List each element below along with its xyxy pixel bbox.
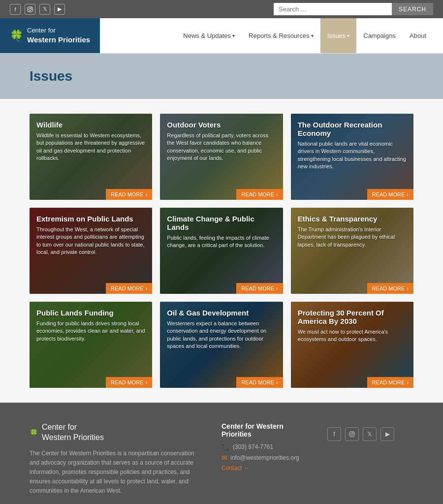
footer-phone-number: (303) 974-7761: [233, 443, 273, 450]
card-description: National public lands are vital economic…: [298, 140, 407, 171]
phone-icon: 📞: [222, 443, 230, 451]
logo-text: Center for Western Priorities: [27, 27, 90, 44]
card-title: Public Lands Funding: [36, 309, 145, 317]
read-more-button[interactable]: READ MORE ›: [367, 189, 413, 200]
card-title: Oil & Gas Development: [167, 309, 276, 317]
footer-facebook-icon[interactable]: f: [327, 427, 341, 441]
chevron-down-icon: ▾: [232, 33, 235, 38]
footer-social-icons: f 𝕏 ▶: [327, 427, 413, 441]
nav-campaigns[interactable]: Campaigns: [356, 18, 403, 53]
card-title: Ethics & Transparency: [298, 215, 407, 223]
contact-link[interactable]: Contact →: [222, 465, 308, 472]
issue-card-climate[interactable]: Climate Change & Public Lands Public lan…: [160, 208, 283, 294]
nav-news[interactable]: News & Updates ▾: [176, 18, 242, 53]
footer-email-address: info@westernpriorities.org: [230, 454, 299, 461]
nav-reports[interactable]: Reports & Resources ▾: [242, 18, 320, 53]
arrow-icon: ›: [276, 379, 278, 385]
footer-contact-col: Center for Western Priorities 📞 (303) 97…: [222, 422, 308, 496]
card-title: Climate Change & Public Lands: [167, 215, 276, 231]
footer-email: ✉ info@westernpriorities.org: [222, 454, 308, 462]
arrow-icon: ›: [407, 285, 409, 291]
card-content: Outdoor Voters Regardless of political p…: [160, 114, 283, 200]
svg-point-4: [351, 433, 353, 436]
arrow-icon: ›: [146, 191, 148, 197]
logo-icon: 🍀: [10, 30, 23, 42]
page-hero: Issues: [0, 54, 443, 99]
chevron-down-icon: ▾: [347, 33, 349, 38]
arrow-icon: ›: [407, 191, 409, 197]
footer-description: The Center for Western Priorities is a n…: [30, 449, 197, 496]
youtube-icon-top[interactable]: ▶: [54, 4, 65, 15]
svg-rect-3: [349, 432, 354, 437]
card-content: Climate Change & Public Lands Public lan…: [160, 208, 283, 294]
issue-card-30percent[interactable]: Protecting 30 Percent Of America By 2030…: [291, 302, 413, 388]
read-more-button[interactable]: READ MORE ›: [367, 283, 413, 294]
svg-rect-0: [28, 7, 32, 12]
logo-area[interactable]: 🍀 Center for Western Priorities: [0, 18, 100, 53]
nav-issues[interactable]: Issues ▾: [320, 18, 357, 53]
issues-grid: Wildlife Wildlife is essential to Wester…: [30, 114, 413, 388]
arrow-icon: ›: [407, 379, 409, 385]
issue-card-public-lands-funding[interactable]: Public Lands Funding Funding for public …: [30, 302, 152, 388]
search-button[interactable]: SEARCH: [392, 3, 433, 15]
issue-card-ethics[interactable]: Ethics & Transparency The Trump administ…: [291, 208, 413, 294]
footer-phone: 📞 (303) 974-7761: [222, 443, 308, 451]
footer-youtube-icon[interactable]: ▶: [380, 427, 394, 441]
nav-about[interactable]: About: [403, 18, 433, 53]
read-more-button[interactable]: READ MORE ›: [106, 377, 152, 388]
arrow-icon: ›: [146, 379, 148, 385]
logo-line2: Western Priorities: [27, 35, 90, 45]
card-description: Wildlife is essential to Western ecosyst…: [36, 132, 145, 162]
card-content: Wildlife Wildlife is essential to Wester…: [30, 114, 152, 200]
card-title: Outdoor Voters: [167, 121, 276, 129]
read-more-button[interactable]: READ MORE ›: [106, 189, 152, 200]
card-title: The Outdoor Recreation Economy: [298, 121, 407, 137]
card-description: Throughout the West, a network of specia…: [36, 226, 145, 256]
footer-top: 🍀 Center for Western Priorities The Cent…: [30, 422, 413, 496]
read-more-button[interactable]: READ MORE ›: [367, 377, 413, 388]
facebook-icon-top[interactable]: f: [10, 4, 21, 15]
issue-card-extremism[interactable]: Extremism on Public Lands Throughout the…: [30, 208, 152, 294]
header: 🍀 Center for Western Priorities News & U…: [0, 18, 443, 54]
email-icon: ✉: [222, 454, 227, 462]
twitter-icon-top[interactable]: 𝕏: [39, 4, 50, 15]
issue-card-wildlife[interactable]: Wildlife Wildlife is essential to Wester…: [30, 114, 152, 200]
issues-section: Wildlife Wildlife is essential to Wester…: [0, 99, 443, 403]
main-nav: News & Updates ▾ Reports & Resources ▾ I…: [100, 18, 443, 53]
arrow-icon: ›: [146, 285, 148, 291]
search-input[interactable]: [274, 3, 392, 15]
footer: 🍀 Center for Western Priorities The Cent…: [0, 403, 443, 504]
card-description: Regardless of political party, voters ac…: [167, 132, 276, 162]
top-bar: f 𝕏 ▶ SEARCH: [0, 0, 443, 18]
footer-contact-title: Center for Western Priorities: [222, 422, 308, 438]
card-title: Protecting 30 Percent Of America By 2030: [298, 309, 407, 325]
card-content: Ethics & Transparency The Trump administ…: [291, 208, 413, 294]
card-content: Extremism on Public Lands Throughout the…: [30, 208, 152, 294]
footer-twitter-icon[interactable]: 𝕏: [363, 427, 377, 441]
card-description: Westerners expect a balance between cons…: [167, 320, 276, 350]
instagram-icon-top[interactable]: [25, 4, 35, 15]
card-content: Oil & Gas Development Westerners expect …: [160, 302, 283, 388]
read-more-button[interactable]: READ MORE ›: [236, 189, 283, 200]
card-description: Public lands, feeling the impacts of cli…: [167, 234, 276, 250]
svg-point-2: [31, 7, 32, 8]
footer-logo-line1: Center for: [42, 422, 104, 433]
read-more-button[interactable]: READ MORE ›: [106, 283, 152, 294]
card-description: Funding for public lands drives strong l…: [36, 320, 145, 343]
footer-social-col: f 𝕏 ▶: [327, 422, 413, 496]
arrow-icon: ›: [276, 285, 278, 291]
footer-logo-line2: Western Priorities: [42, 433, 104, 443]
logo-line1: Center for: [27, 27, 56, 34]
arrow-icon: ›: [276, 191, 278, 197]
footer-logo-text: Center for Western Priorities: [42, 422, 104, 443]
card-content: Public Lands Funding Funding for public …: [30, 302, 152, 388]
read-more-button[interactable]: READ MORE ›: [236, 283, 283, 294]
footer-instagram-icon[interactable]: [345, 427, 359, 441]
read-more-button[interactable]: READ MORE ›: [236, 377, 283, 388]
issue-card-outdoor-voters[interactable]: Outdoor Voters Regardless of political p…: [160, 114, 283, 200]
issue-card-outdoor-rec[interactable]: The Outdoor Recreation Economy National …: [291, 114, 413, 200]
chevron-down-icon: ▾: [311, 33, 314, 38]
card-description: We must act now to protect America's eco…: [298, 328, 407, 344]
issue-card-oil-gas[interactable]: Oil & Gas Development Westerners expect …: [160, 302, 283, 388]
arrow-icon: →: [244, 465, 250, 472]
